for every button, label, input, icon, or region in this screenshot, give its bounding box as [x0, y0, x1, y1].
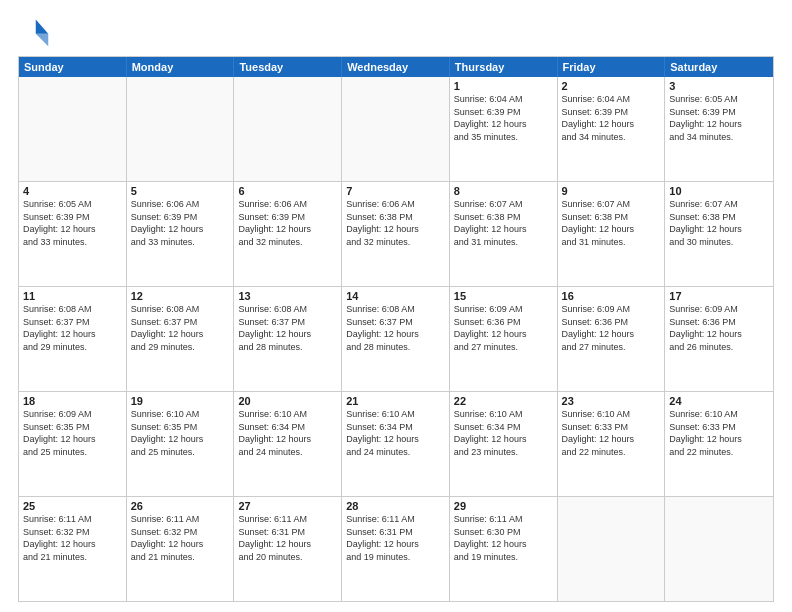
day-number: 19 — [131, 395, 230, 407]
calendar-cell: 6Sunrise: 6:06 AM Sunset: 6:39 PM Daylig… — [234, 182, 342, 286]
day-number: 17 — [669, 290, 769, 302]
day-number: 3 — [669, 80, 769, 92]
day-info: Sunrise: 6:07 AM Sunset: 6:38 PM Dayligh… — [562, 198, 661, 248]
calendar-row: 4Sunrise: 6:05 AM Sunset: 6:39 PM Daylig… — [19, 181, 773, 286]
day-info: Sunrise: 6:09 AM Sunset: 6:36 PM Dayligh… — [669, 303, 769, 353]
calendar-cell: 26Sunrise: 6:11 AM Sunset: 6:32 PM Dayli… — [127, 497, 235, 601]
calendar-row: 25Sunrise: 6:11 AM Sunset: 6:32 PM Dayli… — [19, 496, 773, 601]
day-number: 2 — [562, 80, 661, 92]
calendar-cell: 7Sunrise: 6:06 AM Sunset: 6:38 PM Daylig… — [342, 182, 450, 286]
day-number: 1 — [454, 80, 553, 92]
calendar-cell: 9Sunrise: 6:07 AM Sunset: 6:38 PM Daylig… — [558, 182, 666, 286]
calendar-cell: 27Sunrise: 6:11 AM Sunset: 6:31 PM Dayli… — [234, 497, 342, 601]
day-number: 11 — [23, 290, 122, 302]
calendar-cell: 11Sunrise: 6:08 AM Sunset: 6:37 PM Dayli… — [19, 287, 127, 391]
calendar-cell — [234, 77, 342, 181]
calendar-cell: 25Sunrise: 6:11 AM Sunset: 6:32 PM Dayli… — [19, 497, 127, 601]
calendar-cell: 15Sunrise: 6:09 AM Sunset: 6:36 PM Dayli… — [450, 287, 558, 391]
day-info: Sunrise: 6:11 AM Sunset: 6:32 PM Dayligh… — [23, 513, 122, 563]
day-info: Sunrise: 6:10 AM Sunset: 6:34 PM Dayligh… — [346, 408, 445, 458]
calendar: SundayMondayTuesdayWednesdayThursdayFrid… — [18, 56, 774, 602]
calendar-header-cell: Monday — [127, 57, 235, 77]
day-number: 5 — [131, 185, 230, 197]
svg-marker-0 — [36, 20, 48, 34]
day-number: 4 — [23, 185, 122, 197]
day-number: 22 — [454, 395, 553, 407]
day-number: 20 — [238, 395, 337, 407]
logo — [18, 16, 54, 48]
calendar-header: SundayMondayTuesdayWednesdayThursdayFrid… — [19, 57, 773, 77]
day-info: Sunrise: 6:11 AM Sunset: 6:31 PM Dayligh… — [346, 513, 445, 563]
day-info: Sunrise: 6:11 AM Sunset: 6:31 PM Dayligh… — [238, 513, 337, 563]
day-number: 8 — [454, 185, 553, 197]
calendar-cell: 20Sunrise: 6:10 AM Sunset: 6:34 PM Dayli… — [234, 392, 342, 496]
calendar-row: 11Sunrise: 6:08 AM Sunset: 6:37 PM Dayli… — [19, 286, 773, 391]
calendar-cell — [342, 77, 450, 181]
day-info: Sunrise: 6:10 AM Sunset: 6:34 PM Dayligh… — [454, 408, 553, 458]
calendar-cell: 2Sunrise: 6:04 AM Sunset: 6:39 PM Daylig… — [558, 77, 666, 181]
day-number: 24 — [669, 395, 769, 407]
calendar-cell: 24Sunrise: 6:10 AM Sunset: 6:33 PM Dayli… — [665, 392, 773, 496]
day-info: Sunrise: 6:08 AM Sunset: 6:37 PM Dayligh… — [131, 303, 230, 353]
calendar-header-cell: Tuesday — [234, 57, 342, 77]
calendar-cell: 19Sunrise: 6:10 AM Sunset: 6:35 PM Dayli… — [127, 392, 235, 496]
day-number: 7 — [346, 185, 445, 197]
calendar-body: 1Sunrise: 6:04 AM Sunset: 6:39 PM Daylig… — [19, 77, 773, 601]
day-info: Sunrise: 6:07 AM Sunset: 6:38 PM Dayligh… — [454, 198, 553, 248]
day-number: 15 — [454, 290, 553, 302]
day-number: 14 — [346, 290, 445, 302]
calendar-header-cell: Sunday — [19, 57, 127, 77]
calendar-cell: 28Sunrise: 6:11 AM Sunset: 6:31 PM Dayli… — [342, 497, 450, 601]
day-info: Sunrise: 6:09 AM Sunset: 6:36 PM Dayligh… — [562, 303, 661, 353]
calendar-cell: 21Sunrise: 6:10 AM Sunset: 6:34 PM Dayli… — [342, 392, 450, 496]
calendar-cell: 1Sunrise: 6:04 AM Sunset: 6:39 PM Daylig… — [450, 77, 558, 181]
day-number: 21 — [346, 395, 445, 407]
day-number: 10 — [669, 185, 769, 197]
calendar-row: 1Sunrise: 6:04 AM Sunset: 6:39 PM Daylig… — [19, 77, 773, 181]
calendar-cell — [558, 497, 666, 601]
day-info: Sunrise: 6:08 AM Sunset: 6:37 PM Dayligh… — [23, 303, 122, 353]
calendar-cell: 8Sunrise: 6:07 AM Sunset: 6:38 PM Daylig… — [450, 182, 558, 286]
page-header — [18, 16, 774, 48]
day-info: Sunrise: 6:08 AM Sunset: 6:37 PM Dayligh… — [238, 303, 337, 353]
day-info: Sunrise: 6:05 AM Sunset: 6:39 PM Dayligh… — [669, 93, 769, 143]
calendar-cell: 3Sunrise: 6:05 AM Sunset: 6:39 PM Daylig… — [665, 77, 773, 181]
day-number: 18 — [23, 395, 122, 407]
calendar-cell: 4Sunrise: 6:05 AM Sunset: 6:39 PM Daylig… — [19, 182, 127, 286]
day-number: 27 — [238, 500, 337, 512]
calendar-cell: 18Sunrise: 6:09 AM Sunset: 6:35 PM Dayli… — [19, 392, 127, 496]
day-number: 9 — [562, 185, 661, 197]
calendar-cell: 22Sunrise: 6:10 AM Sunset: 6:34 PM Dayli… — [450, 392, 558, 496]
day-info: Sunrise: 6:10 AM Sunset: 6:33 PM Dayligh… — [669, 408, 769, 458]
day-info: Sunrise: 6:09 AM Sunset: 6:35 PM Dayligh… — [23, 408, 122, 458]
day-info: Sunrise: 6:11 AM Sunset: 6:32 PM Dayligh… — [131, 513, 230, 563]
day-info: Sunrise: 6:06 AM Sunset: 6:39 PM Dayligh… — [238, 198, 337, 248]
day-info: Sunrise: 6:06 AM Sunset: 6:38 PM Dayligh… — [346, 198, 445, 248]
day-info: Sunrise: 6:05 AM Sunset: 6:39 PM Dayligh… — [23, 198, 122, 248]
calendar-cell — [665, 497, 773, 601]
calendar-cell: 16Sunrise: 6:09 AM Sunset: 6:36 PM Dayli… — [558, 287, 666, 391]
day-info: Sunrise: 6:10 AM Sunset: 6:35 PM Dayligh… — [131, 408, 230, 458]
logo-icon — [18, 16, 50, 48]
calendar-cell: 29Sunrise: 6:11 AM Sunset: 6:30 PM Dayli… — [450, 497, 558, 601]
calendar-header-cell: Friday — [558, 57, 666, 77]
day-info: Sunrise: 6:07 AM Sunset: 6:38 PM Dayligh… — [669, 198, 769, 248]
calendar-cell: 23Sunrise: 6:10 AM Sunset: 6:33 PM Dayli… — [558, 392, 666, 496]
day-info: Sunrise: 6:06 AM Sunset: 6:39 PM Dayligh… — [131, 198, 230, 248]
calendar-header-cell: Wednesday — [342, 57, 450, 77]
day-info: Sunrise: 6:10 AM Sunset: 6:34 PM Dayligh… — [238, 408, 337, 458]
day-number: 13 — [238, 290, 337, 302]
calendar-cell: 10Sunrise: 6:07 AM Sunset: 6:38 PM Dayli… — [665, 182, 773, 286]
day-number: 25 — [23, 500, 122, 512]
day-number: 16 — [562, 290, 661, 302]
calendar-cell: 17Sunrise: 6:09 AM Sunset: 6:36 PM Dayli… — [665, 287, 773, 391]
calendar-header-cell: Thursday — [450, 57, 558, 77]
calendar-cell: 13Sunrise: 6:08 AM Sunset: 6:37 PM Dayli… — [234, 287, 342, 391]
day-number: 29 — [454, 500, 553, 512]
svg-marker-1 — [36, 34, 48, 46]
calendar-header-cell: Saturday — [665, 57, 773, 77]
day-info: Sunrise: 6:09 AM Sunset: 6:36 PM Dayligh… — [454, 303, 553, 353]
day-number: 28 — [346, 500, 445, 512]
day-info: Sunrise: 6:10 AM Sunset: 6:33 PM Dayligh… — [562, 408, 661, 458]
day-info: Sunrise: 6:08 AM Sunset: 6:37 PM Dayligh… — [346, 303, 445, 353]
